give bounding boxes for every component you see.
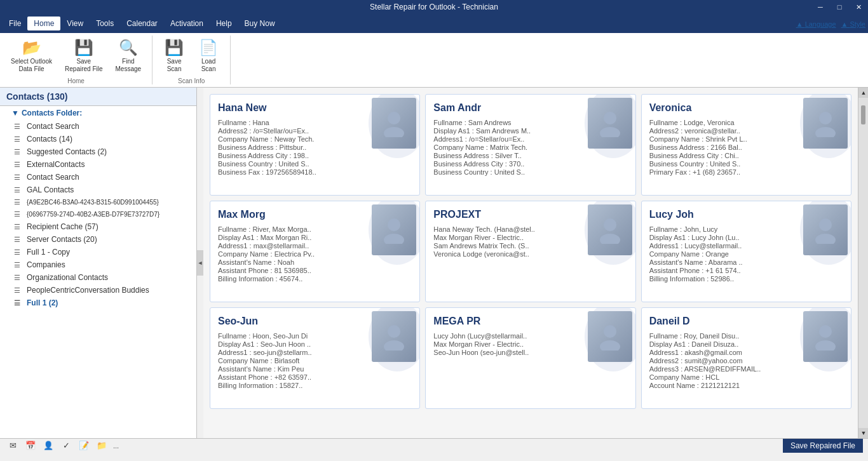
sidebar-item-full-1-2[interactable]: ☰ Full 1 (2) [0, 297, 196, 309]
sidebar-item-external-contacts[interactable]: ☰ ExternalContacts [0, 158, 196, 171]
sidebar-item-contact-search-2[interactable]: ☰ Contact Search [0, 171, 196, 184]
svg-point-2 [604, 112, 616, 124]
save-repaired-ribbon-label: SaveRepaired File [65, 58, 102, 73]
contact-card[interactable]: Daneil DFullname : Roy, Daneil Disu..Dis… [641, 307, 851, 409]
contacts-14-label: Contacts (14) [27, 135, 72, 144]
external-contacts-icon: ☰ [14, 161, 23, 169]
companies-icon: ☰ [14, 261, 23, 269]
sidebar-collapse-btn[interactable]: ◄ [197, 250, 203, 276]
card-avatar [372, 311, 416, 362]
load-scan-btn[interactable]: 📄 LoadScan [192, 36, 225, 76]
guid-2-icon: ☰ [14, 210, 23, 218]
svg-point-14 [604, 325, 616, 338]
menu-file[interactable]: File [3, 17, 27, 30]
title-bar: Stellar Repair for Outlook - Technician … [0, 0, 868, 14]
full-1-2-icon: ☰ [14, 299, 23, 307]
select-outlook-label: Select OutlookData File [11, 58, 52, 73]
save-repaired-ribbon-btn[interactable]: 💾 SaveRepaired File [59, 36, 108, 76]
save-scan-icon: 💾 [165, 39, 184, 57]
sidebar-item-suggested-contacts[interactable]: ☰ Suggested Contacts (2) [0, 145, 196, 158]
app-title: Stellar Repair for Outlook - Technician [370, 3, 498, 11]
menu-view[interactable]: View [60, 17, 90, 30]
scroll-down-arrow[interactable]: ▼ [858, 428, 868, 438]
guid-2-label: {06967759-274D-40B2-A3EB-D7F9E73727D7} [27, 211, 159, 218]
card-avatar [372, 98, 416, 149]
minimize-btn[interactable]: ─ [811, 0, 830, 14]
card-avatar [588, 204, 632, 255]
external-contacts-label: ExternalContacts [27, 160, 85, 169]
more-btn[interactable]: ... [113, 442, 119, 450]
scroll-up-arrow[interactable]: ▲ [858, 88, 868, 98]
menu-buynow[interactable]: Buy Now [238, 17, 281, 30]
gal-contacts-label: GAL Contacts [27, 185, 74, 194]
sidebar-item-guid-2[interactable]: ☰ {06967759-274D-40B2-A3EB-D7F9E73727D7} [0, 208, 196, 220]
menu-activation[interactable]: Activation [164, 17, 210, 30]
sidebar-item-peoplecentricconversation[interactable]: ☰ PeopleCentricConversation Buddies [0, 284, 196, 297]
contact-search-1-icon: ☰ [14, 123, 23, 131]
find-message-btn[interactable]: 🔍 FindMessage [110, 36, 147, 76]
peoplecentricconversation-icon: ☰ [14, 286, 23, 295]
menu-calendar[interactable]: Calendar [120, 17, 164, 30]
main-layout: Contacts (130) ▼ Contacts Folder: ☰ Cont… [0, 88, 868, 438]
tasks-bottom-icon[interactable]: ✓ [58, 439, 74, 452]
card-avatar [588, 98, 632, 149]
sidebar-item-recipient-cache[interactable]: ☰ Recipient Cache (57) [0, 220, 196, 233]
card-avatar [803, 311, 848, 362]
select-outlook-btn[interactable]: 📂 Select OutlookData File [5, 36, 58, 76]
contact-card[interactable]: Max MorgFullname : River, Max Morga..Dis… [210, 201, 420, 302]
folder-bottom-icon[interactable]: 📁 [94, 439, 109, 452]
svg-point-8 [604, 218, 616, 231]
contact-card[interactable]: Seo-JunFullname : Hoon, Seo-Jun DiDispla… [210, 307, 420, 409]
find-message-label: FindMessage [116, 58, 142, 73]
full-1-2-label: Full 1 (2) [27, 298, 58, 307]
companies-label: Companies [27, 260, 65, 269]
ribbon-home-buttons: 📂 Select OutlookData File 💾 SaveRepaired… [5, 36, 147, 76]
sidebar: Contacts (130) ▼ Contacts Folder: ☰ Cont… [0, 88, 197, 438]
style-btn[interactable]: ▲ Style [841, 20, 865, 28]
contact-card[interactable]: MEGA PRLucy John (Lucy@stellarmail..Max … [425, 307, 635, 409]
contact-card[interactable]: PROJEXTHana Neway Tech. (Hana@stel..Max … [425, 201, 635, 302]
load-scan-label: LoadScan [201, 58, 216, 73]
contacts-bottom-icon[interactable]: 👤 [41, 439, 56, 452]
maximize-btn[interactable]: □ [830, 0, 849, 14]
svg-point-13 [384, 340, 404, 351]
contact-search-2-label: Contact Search [27, 173, 79, 182]
sidebar-item-guid-1[interactable]: ☰ {A9E2BC46-B3A0-4243-B315-60D991004455} [0, 196, 196, 208]
contact-field: Assistant Phone : +1 61 574.. [649, 267, 843, 274]
calendar-bottom-icon[interactable]: 📅 [23, 439, 38, 452]
save-repaired-ribbon-icon: 💾 [74, 39, 93, 57]
recipient-cache-icon: ☰ [14, 223, 23, 231]
sidebar-item-organizational-contacts[interactable]: ☰ Organizational Contacts [0, 271, 196, 284]
menu-home[interactable]: Home [27, 17, 60, 30]
contact-card[interactable]: Sam AndrFullname : Sam AndrewsDisplay As… [425, 94, 635, 196]
contacts-folder-section[interactable]: ▼ Contacts Folder: [0, 106, 196, 120]
contact-card[interactable]: Lucy JohFullname : John, LucyDisplay As1… [641, 201, 851, 302]
contacts-folder-chevron: ▼ [11, 109, 19, 117]
ribbon-right-controls: ▲ Language ▲ Style [796, 19, 865, 28]
menu-help[interactable]: Help [210, 17, 238, 30]
contact-card[interactable]: Hana NewFullname : HanaAddress2 : /o=Ste… [210, 94, 420, 196]
mail-bottom-icon[interactable]: ✉ [5, 439, 20, 452]
notes-bottom-icon[interactable]: 📝 [76, 439, 92, 452]
scroll-thumb[interactable] [861, 105, 865, 124]
sidebar-item-full-1-copy[interactable]: ☰ Full 1 - Copy [0, 246, 196, 258]
sidebar-item-gal-contacts[interactable]: ☰ GAL Contacts [0, 184, 196, 196]
menu-tools[interactable]: Tools [90, 17, 120, 30]
ribbon: 📂 Select OutlookData File 💾 SaveRepaired… [0, 33, 868, 88]
sidebar-item-contact-search-1[interactable]: ☰ Contact Search [0, 120, 196, 133]
save-repaired-file-btn[interactable]: Save Repaired File [783, 439, 863, 453]
card-avatar [803, 98, 848, 149]
svg-point-11 [815, 234, 836, 244]
sidebar-item-companies[interactable]: ☰ Companies [0, 258, 196, 271]
sidebar-item-contacts-14[interactable]: ☰ Contacts (14) [0, 133, 196, 145]
contact-card[interactable]: VeronicaFullname : Lodge, VeronicaAddres… [641, 94, 851, 196]
close-btn[interactable]: ✕ [849, 0, 868, 14]
contact-field: Account Name : 2121212121 [649, 382, 843, 389]
contact-field: Business Country : United S.. [433, 168, 627, 176]
contact-field: Assistant Phone : +82 63597.. [218, 373, 412, 381]
save-scan-btn[interactable]: 💾 SaveScan [158, 36, 191, 76]
suggested-contacts-icon: ☰ [14, 148, 23, 156]
load-scan-icon: 📄 [199, 39, 218, 57]
sidebar-item-server-contacts[interactable]: ☰ Server Contacts (20) [0, 233, 196, 246]
language-btn[interactable]: ▲ Language [796, 20, 836, 28]
